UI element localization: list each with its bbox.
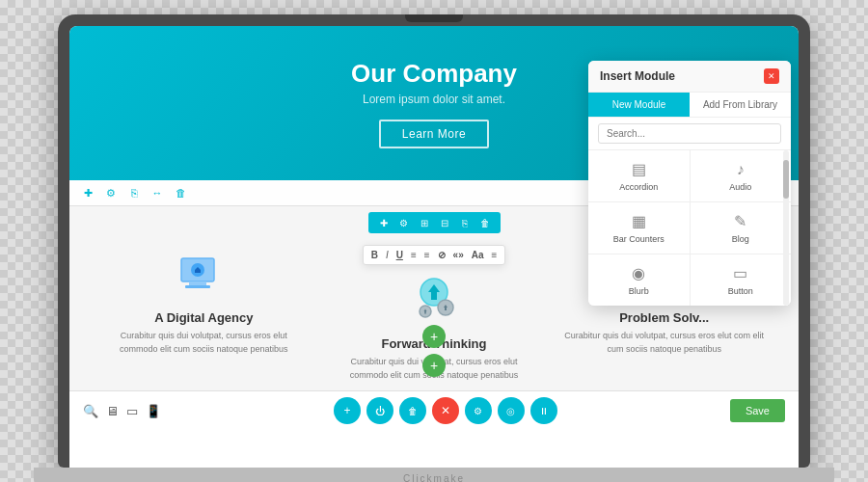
panel-header: Insert Module ✕ [588, 61, 791, 93]
hero-subtitle: Lorem ipsum dolor sit amet. [363, 93, 505, 106]
module-grid: ▤ Accordion♪ Audio▦ Bar Counters✎ Blog◉ … [588, 150, 791, 306]
copy-icon[interactable]: ⎘ [125, 184, 143, 201]
laptop-base: Clickmake [34, 468, 834, 482]
font-button[interactable]: Aa [470, 249, 486, 261]
panel-title: Insert Module [600, 69, 675, 83]
laptop-shell: Our Company Lorem ipsum dolor sit amet. … [58, 14, 810, 468]
bottom-toolbar: 🔍 🖥 ▭ 📱 + ⏻ 🗑 ✕ ⚙ ◎ ⏸ Save [69, 390, 799, 430]
panel-close-button[interactable]: ✕ [764, 68, 779, 84]
bold-button[interactable]: B [369, 249, 380, 261]
search-icon[interactable]: 🔍 [83, 404, 98, 418]
tablet-icon[interactable]: ▭ [126, 404, 138, 418]
section-add-icon[interactable]: ✚ [376, 215, 392, 230]
bottom-center-icons: + ⏻ 🗑 ✕ ⚙ ◎ ⏸ [334, 397, 557, 424]
text-editor-toolbar: B I U ≡ ≡ ⊘ «» Aa ≡ [363, 245, 506, 265]
col-2-icon [405, 271, 463, 329]
underline-button[interactable]: U [394, 249, 405, 261]
section-toolbar: ✚ ⚙ ⊞ ⊟ ⎘ 🗑 [368, 212, 501, 233]
quote-button[interactable]: «» [451, 249, 466, 261]
module-label: Blurb [629, 286, 649, 296]
col-3-title: Problem Solv... [619, 310, 709, 325]
col-1-text: Curabitur quis dui volutpat, cursus eros… [100, 330, 308, 356]
scrollbar-thumb [783, 160, 789, 199]
save-button[interactable]: Save [730, 399, 785, 422]
module-item-blog[interactable]: ✎ Blog [691, 202, 792, 254]
add-center-button[interactable]: + [334, 397, 361, 424]
move-icon[interactable]: ↔ [149, 184, 166, 201]
col-1-icon [175, 245, 232, 303]
screen-content: Our Company Lorem ipsum dolor sit amet. … [69, 26, 799, 468]
delete-center-button[interactable]: 🗑 [399, 397, 426, 424]
add-row-button-1[interactable]: + [422, 325, 446, 348]
gear2-center-button[interactable]: ◎ [498, 397, 525, 424]
add-row-button-2[interactable]: + [422, 354, 446, 377]
module-item-button[interactable]: ▭ Button [691, 254, 792, 306]
col-3-text: Curabitur quis dui volutpat, cursus eros… [560, 330, 768, 356]
bottom-left-icons: 🔍 🖥 ▭ 📱 [83, 404, 161, 418]
module-item-bar-counters[interactable]: ▦ Bar Counters [588, 202, 690, 254]
power-button[interactable]: ⏻ [366, 397, 393, 424]
tab-new-module[interactable]: New Module [588, 93, 690, 117]
module-icon: ▤ [632, 160, 646, 178]
laptop-notch [405, 14, 463, 22]
panel-tabs: New Module Add From Library [588, 93, 791, 118]
search-input[interactable] [598, 123, 781, 144]
settings-icon[interactable]: ⚙ [102, 184, 120, 201]
module-label: Accordion [619, 182, 658, 192]
scrollbar[interactable] [783, 150, 789, 306]
settings-center-button[interactable]: ⚙ [465, 397, 492, 424]
module-item-audio[interactable]: ♪ Audio [691, 150, 792, 201]
col-1-title: A Digital Agency [154, 310, 253, 325]
module-item-accordion[interactable]: ▤ Accordion [588, 150, 690, 201]
align-center-button[interactable]: ≡ [422, 249, 432, 261]
align-left-button[interactable]: ≡ [409, 249, 419, 261]
section-layout-icon[interactable]: ⊟ [437, 215, 452, 230]
link-button[interactable]: ⊘ [436, 249, 448, 261]
svg-rect-2 [185, 285, 210, 288]
section-duplicate-icon[interactable]: ⎘ [457, 215, 473, 230]
module-item-blurb[interactable]: ◉ Blurb [588, 254, 690, 306]
module-icon: ✎ [734, 212, 746, 230]
tab-add-library[interactable]: Add From Library [690, 93, 791, 117]
column-1: A Digital Agency Curabitur quis dui volu… [89, 245, 319, 391]
hero-title: Our Company [351, 59, 517, 89]
module-icon: ◉ [632, 264, 645, 282]
mobile-icon[interactable]: 📱 [146, 404, 161, 418]
section-delete-icon[interactable]: 🗑 [477, 215, 493, 230]
list-button[interactable]: ≡ [490, 249, 500, 261]
module-icon: ▭ [733, 264, 747, 282]
module-label: Audio [729, 182, 751, 192]
add-icon[interactable]: ✚ [79, 184, 96, 201]
module-icon: ♪ [737, 161, 745, 178]
module-label: Button [728, 286, 753, 296]
section-settings-icon[interactable]: ⚙ [396, 215, 412, 230]
pause-center-button[interactable]: ⏸ [530, 397, 557, 424]
hero-cta-button[interactable]: Learn More [379, 120, 489, 148]
screen-bezel: Our Company Lorem ipsum dolor sit amet. … [69, 26, 799, 468]
close-center-button[interactable]: ✕ [432, 397, 459, 424]
delete-icon[interactable]: 🗑 [172, 184, 189, 201]
module-label: Blog [732, 234, 749, 244]
svg-rect-1 [189, 281, 206, 285]
module-icon: ▦ [632, 212, 646, 230]
section-grid-icon[interactable]: ⊞ [417, 215, 432, 230]
italic-button[interactable]: I [384, 249, 391, 261]
laptop-brand-label: Clickmake [403, 473, 465, 483]
insert-module-panel: Insert Module ✕ New Module Add From Libr… [588, 61, 791, 306]
monitor-icon[interactable]: 🖥 [106, 404, 119, 418]
panel-search [588, 118, 791, 150]
module-label: Bar Counters [613, 234, 665, 244]
